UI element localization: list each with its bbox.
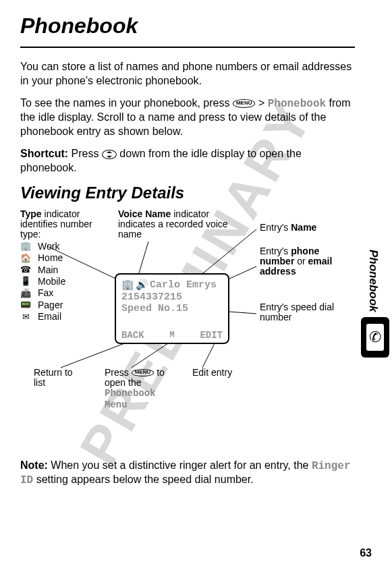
note-text-2: setting appears below the speed dial num… (33, 474, 253, 485)
page-number: 63 (360, 547, 372, 559)
menu-softkey-icon[interactable]: M (169, 331, 174, 340)
press-menu-annot: Press MENU to open the Phonebook Menu (105, 368, 179, 411)
edit-entry-annot: Edit entry (192, 368, 233, 378)
entry-number-display: 2154337215 (121, 291, 223, 303)
note-text-1: When you set a distinctive ringer alert … (48, 459, 312, 471)
work-label: Work (38, 242, 59, 252)
svg-line-5 (61, 341, 132, 368)
shortcut-label: Shortcut: (20, 148, 68, 159)
sidebar-section-label: Phonebook (366, 250, 380, 312)
entry-phone-pre: Entry's (260, 246, 291, 256)
title-divider (20, 47, 355, 48)
svg-line-6 (132, 341, 172, 368)
type-item-fax: 📠Fax (20, 288, 108, 298)
mobile-label: Mobile (38, 277, 65, 287)
menu-button-icon: MENU (233, 99, 256, 107)
mobile-icon: 📱 (20, 277, 31, 286)
entry-speed-display: Speed No.15 (121, 303, 223, 314)
return-annot: Return to list (34, 368, 81, 389)
pager-icon: 📟 (20, 300, 31, 310)
type-indicator-icon: 🏢 (121, 279, 134, 291)
softkey-bar: BACK M EDIT (121, 330, 223, 341)
intro-paragraph: You can store a list of names and phone … (20, 60, 355, 88)
scroll-button-icon (102, 150, 117, 159)
type-indicator-annot: Type indicator identifies number type: 🏢… (20, 209, 108, 324)
sidebar-phonebook-icon: ✆ (361, 317, 389, 358)
screen-line-1: 🏢 🔊 Carlo Emrys (121, 279, 223, 291)
home-label: Home (38, 253, 63, 263)
voice-name-bold: Voice Name (118, 208, 171, 219)
voice-indicator-icon: 🔊 (136, 279, 148, 291)
phone-icon: ✆ (366, 324, 384, 351)
nav-phonebook-label: Phonebook (268, 98, 326, 110)
speed-dial-annot: Entry's speed dial number (260, 302, 347, 323)
nav-text-2: > (255, 97, 267, 109)
note-paragraph: Note: When you set a distinctive ringer … (20, 459, 355, 488)
sidebar: Phonebook ✆ (355, 0, 392, 566)
entry-name-bold: Name (291, 222, 316, 233)
fax-icon: 📠 (20, 289, 31, 298)
note-label: Note: (20, 459, 48, 471)
edit-softkey[interactable]: EDIT (200, 330, 223, 341)
entry-detail-diagram: Type indicator identifies number type: 🏢… (20, 209, 355, 459)
type-item-mobile: 📱Mobile (20, 277, 108, 287)
shortcut-text-1: Press (68, 148, 102, 159)
entry-phone-annot: Entry's phone number or email address (260, 246, 347, 277)
type-item-main: ☎Main (20, 265, 108, 275)
press-menu-text1: Press (105, 367, 132, 378)
section-heading: Viewing Entry Details (20, 183, 355, 202)
page-title: Phonebook (20, 13, 355, 38)
main-label: Main (38, 265, 58, 275)
nav-text-1: To see the names in your phonebook, pres… (20, 97, 229, 109)
main-icon: ☎ (20, 265, 31, 275)
email-icon: ✉ (20, 312, 31, 322)
voice-name-annot: Voice Name indicator indicates a recorde… (118, 209, 233, 240)
entry-name-annot: Entry's Name (260, 223, 347, 233)
type-item-email: ✉Email (20, 312, 108, 322)
email-label: Email (38, 312, 61, 322)
work-icon: 🏢 (20, 242, 31, 251)
menu-button-icon-2: MENU (132, 369, 155, 376)
navigate-paragraph: To see the names in your phonebook, pres… (20, 96, 355, 139)
entry-name-display: Carlo Emrys (150, 279, 223, 291)
phone-screen: 🏢 🔊 Carlo Emrys 2154337215 Speed No.15 B… (115, 273, 229, 344)
type-item-work: 🏢Work (20, 242, 108, 252)
phonebook-menu-label: Phonebook Menu (105, 388, 156, 409)
type-head-bold: Type (20, 208, 42, 219)
entry-name-pre: Entry's (260, 222, 291, 233)
type-item-home: 🏠Home (20, 253, 108, 263)
svg-line-7 (202, 341, 216, 368)
pager-label: Pager (38, 300, 63, 310)
shortcut-paragraph: Shortcut: Press down from the idle displ… (20, 147, 355, 175)
home-icon: 🏠 (20, 254, 31, 263)
type-item-pager: 📟Pager (20, 300, 108, 310)
entry-phone-mid: or (294, 256, 308, 266)
back-softkey[interactable]: BACK (121, 330, 144, 341)
fax-label: Fax (38, 288, 53, 298)
type-list: 🏢Work 🏠Home ☎Main 📱Mobile 📠Fax 📟Pager ✉E… (20, 242, 108, 322)
